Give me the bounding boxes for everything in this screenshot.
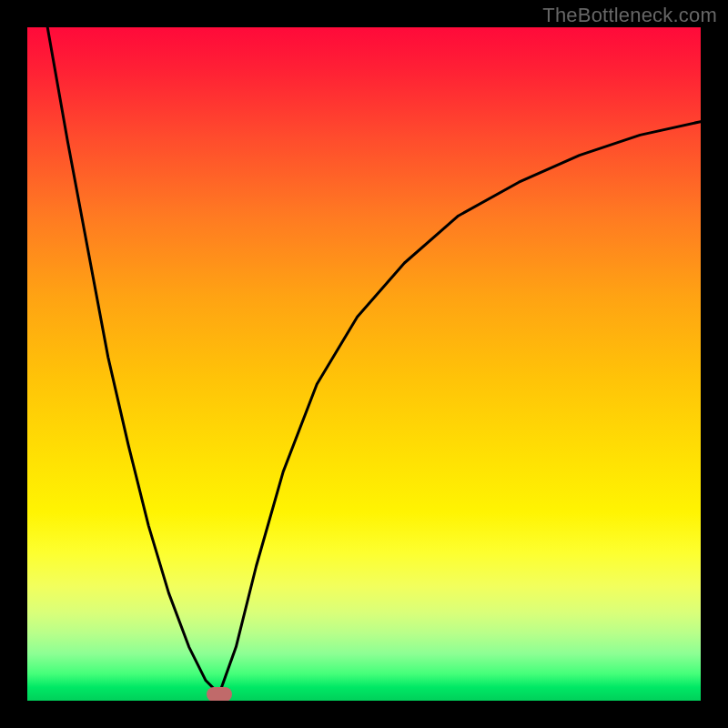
plot-area [27, 27, 701, 701]
chart-frame: TheBottleneck.com [0, 0, 728, 728]
watermark-text: TheBottleneck.com [542, 4, 717, 27]
curve-layer [27, 27, 701, 701]
curve-path [47, 27, 701, 694]
minimum-marker [207, 687, 232, 701]
